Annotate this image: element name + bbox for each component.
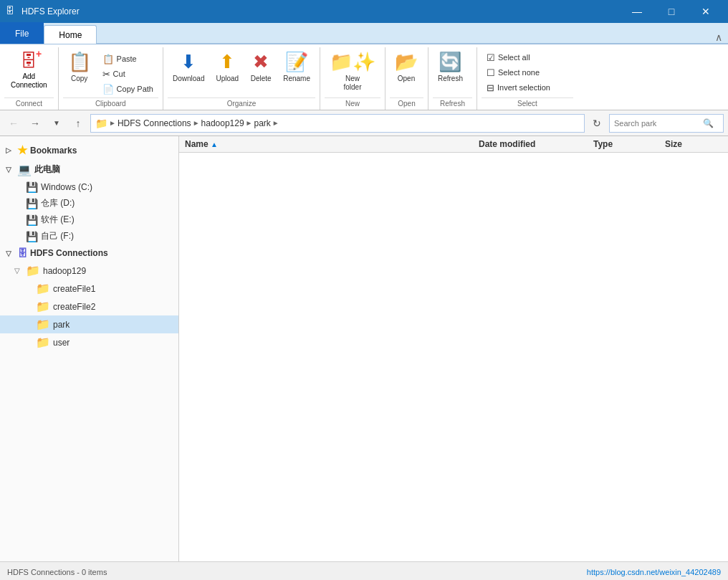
copy-path-icon: 📄 [102, 84, 114, 95]
ribbon-collapse-button[interactable]: ∧ [715, 32, 722, 43]
park-icon: 📁 [36, 318, 50, 331]
up-button[interactable]: ↑ [69, 114, 87, 133]
statusbar: HDFS Connections - 0 items https://blog.… [0, 561, 728, 580]
sidebar-item-hdfs-connections[interactable]: ▽ 🗄 HDFS Connections [0, 244, 178, 262]
copy-button[interactable]: 📋 Copy [63, 49, 96, 95]
back-button[interactable]: ← [4, 114, 23, 133]
select-none-button[interactable]: ☐ Select none [482, 65, 555, 80]
ribbon: 🗄 + AddConnection Connect 📋 Copy 📋 Paste [0, 44, 728, 110]
path-segment-hdfs-connections[interactable]: HDFS Connections [118, 118, 191, 128]
drive-d-icon: 💾 [26, 198, 38, 209]
maximize-button[interactable]: □ [655, 0, 688, 23]
rename-button[interactable]: 📝 Rename [278, 49, 315, 95]
ribbon-group-open: 📂 Open Open [385, 47, 428, 110]
sidebar-item-windows-c[interactable]: 💾 Windows (C:) [0, 179, 178, 195]
address-refresh-button[interactable]: ↻ [588, 114, 606, 133]
file-list-header: Name ▲ Date modified Type Size [179, 136, 728, 153]
cut-icon: ✂ [102, 69, 110, 80]
ribbon-group-clipboard: 📋 Copy 📋 Paste ✂ Cut 📄 Copy Path Clipb [59, 47, 163, 110]
titlebar: 🗄 HDFS Explorer — □ ✕ [0, 0, 728, 23]
sidebar-item-storage-d[interactable]: 💾 仓库 (D:) [0, 195, 178, 211]
sort-arrow: ▲ [211, 141, 218, 148]
invert-selection-icon: ⊟ [487, 82, 494, 93]
refresh-button[interactable]: 🔄 Refresh [433, 49, 468, 95]
hdfs-icon: 🗄 [17, 247, 27, 259]
drive-e-icon: 💾 [26, 214, 38, 226]
path-segment-park[interactable]: park [254, 118, 271, 128]
close-button[interactable]: ✕ [689, 0, 722, 23]
drive-f-icon: 💾 [26, 231, 38, 242]
paste-icon: 📋 [102, 54, 114, 65]
ribbon-group-select: ☑ Select all ☐ Select none ⊟ Invert sele… [477, 47, 578, 110]
add-connection-button[interactable]: 🗄 + AddConnection [4, 49, 54, 95]
upload-icon: ⬆ [219, 51, 235, 73]
tab-home[interactable]: Home [44, 25, 97, 44]
clipboard-sub-group: 📋 Paste ✂ Cut 📄 Copy Path [97, 49, 158, 96]
address-path: 📁 ► HDFS Connections ► hadoop129 ► park … [90, 114, 585, 133]
column-type[interactable]: Type [593, 139, 665, 149]
status-item-count: HDFS Connections - 0 items [7, 568, 107, 576]
open-group-label: Open [390, 98, 423, 110]
download-button[interactable]: ⬇ Download [168, 49, 209, 95]
status-url: https://blog.csdn.net/weixin_44202489 [587, 568, 721, 576]
select-all-button[interactable]: ☑ Select all [482, 50, 555, 65]
select-none-icon: ☐ [487, 67, 495, 78]
window-controls: — □ ✕ [621, 0, 722, 23]
sidebar-item-user[interactable]: 📁 user [0, 333, 178, 351]
app-title: HDFS Explorer [21, 6, 621, 16]
organize-group-items: ⬇ Download ⬆ Upload ✖ Delete 📝 Rename [168, 49, 315, 96]
new-folder-button[interactable]: 📁✨ Newfolder [325, 49, 380, 95]
select-group-items: ☑ Select all ☐ Select none ⊟ Invert sele… [482, 49, 555, 96]
drive-c-icon: 💾 [26, 181, 38, 193]
ribbon-group-refresh: 🔄 Refresh Refresh [428, 47, 477, 110]
column-date-modified[interactable]: Date modified [479, 139, 593, 149]
copy-path-button[interactable]: 📄 Copy Path [97, 82, 158, 96]
user-icon: 📁 [36, 336, 50, 349]
organize-group-label: Organize [168, 98, 315, 110]
sidebar-item-createfile1[interactable]: 📁 createFile1 [0, 280, 178, 298]
ribbon-group-connect: 🗄 + AddConnection Connect [0, 47, 59, 110]
tab-file[interactable]: File [0, 22, 44, 44]
column-name[interactable]: Name ▲ [185, 139, 479, 149]
column-size[interactable]: Size [665, 139, 722, 149]
minimize-button[interactable]: — [621, 0, 653, 23]
search-input[interactable] [614, 119, 700, 128]
sidebar-item-this-pc[interactable]: ▽ 💻 此电脑 [0, 160, 178, 179]
sidebar-item-park[interactable]: 📁 park [0, 315, 178, 333]
sidebar: ▷ ★ Bookmarks ▽ 💻 此电脑 💾 Windows (C:) 💾 仓… [0, 136, 179, 561]
open-icon: 📂 [395, 51, 418, 73]
clipboard-group-label: Clipboard [63, 98, 158, 110]
sidebar-item-software-e[interactable]: 💾 软件 (E:) [0, 211, 178, 228]
clipboard-group-items: 📋 Copy 📋 Paste ✂ Cut 📄 Copy Path [63, 49, 158, 96]
paste-button[interactable]: 📋 Paste [97, 52, 158, 66]
copy-icon: 📋 [68, 51, 91, 73]
sidebar-item-hadoop129[interactable]: ▽ 📁 hadoop129 [0, 262, 178, 280]
star-icon: ★ [17, 143, 27, 157]
sidebar-item-self-f[interactable]: 💾 自己 (F:) [0, 228, 178, 244]
file-list: Name ▲ Date modified Type Size [179, 136, 728, 561]
sidebar-item-createfile2[interactable]: 📁 createFile2 [0, 298, 178, 315]
path-segment-hadoop129[interactable]: hadoop129 [201, 118, 244, 128]
tabbar: File Home ∧ [0, 23, 728, 44]
delete-icon: ✖ [253, 51, 269, 73]
invert-selection-button[interactable]: ⊟ Invert selection [482, 80, 555, 95]
forward-button[interactable]: → [26, 114, 44, 133]
sidebar-item-bookmarks[interactable]: ▷ ★ Bookmarks [0, 141, 178, 160]
delete-button[interactable]: ✖ Delete [245, 49, 277, 95]
refresh-group-label: Refresh [433, 98, 472, 110]
createfile2-icon: 📁 [36, 300, 50, 313]
open-button[interactable]: 📂 Open [390, 49, 423, 95]
new-group-label: New [325, 98, 380, 110]
select-all-icon: ☑ [487, 52, 495, 63]
pc-icon: 💻 [17, 163, 32, 176]
select-buttons: ☑ Select all ☐ Select none ⊟ Invert sele… [482, 49, 555, 95]
ribbon-group-organize: ⬇ Download ⬆ Upload ✖ Delete 📝 Rename Or… [163, 47, 320, 110]
search-box: 🔍 [609, 114, 724, 133]
upload-button[interactable]: ⬆ Upload [211, 49, 244, 95]
new-folder-icon: 📁✨ [330, 51, 375, 73]
select-group-label: Select [482, 98, 573, 110]
dropdown-button[interactable]: ▼ [47, 114, 66, 133]
hadoop129-icon: 📁 [26, 264, 40, 277]
cut-button[interactable]: ✂ Cut [97, 67, 158, 81]
app-icon: 🗄 [6, 6, 17, 17]
